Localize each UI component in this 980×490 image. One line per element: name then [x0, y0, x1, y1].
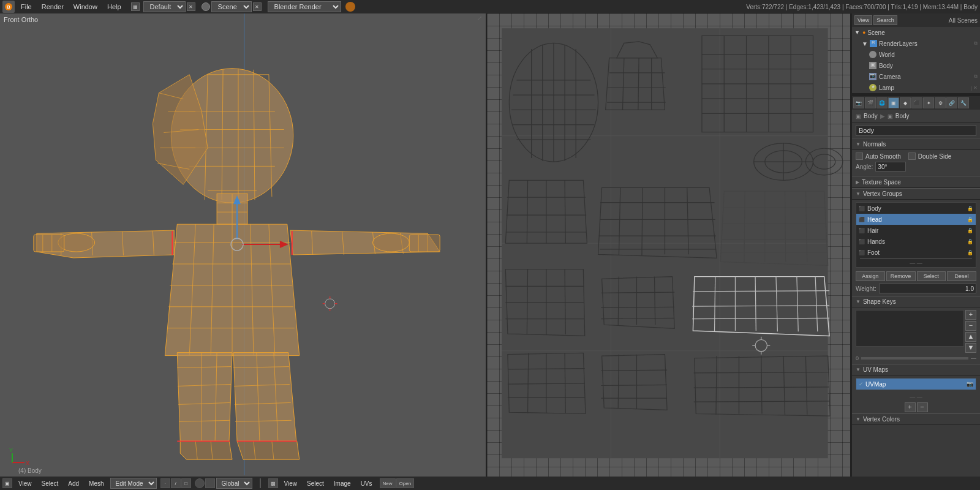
- uv-editor-icon[interactable]: ▩: [268, 478, 278, 488]
- select-btn[interactable]: Select: [917, 271, 946, 281]
- prop-object-btn[interactable]: ▣: [888, 97, 899, 108]
- menu-file[interactable]: File: [16, 2, 37, 12]
- wire-shading-btn[interactable]: [205, 478, 215, 488]
- character-mesh: X Y: [0, 13, 486, 475]
- normals-section-header[interactable]: ▼ Normals: [852, 138, 980, 150]
- vg-hands-lock: 🔒: [967, 239, 973, 244]
- menu-help[interactable]: Help: [102, 2, 126, 12]
- layout-selector[interactable]: Default: [143, 1, 186, 12]
- outliner-world[interactable]: World: [852, 49, 980, 60]
- desel-btn[interactable]: Desel: [947, 271, 976, 281]
- menu-render[interactable]: Render: [37, 2, 69, 12]
- menu-select-3d[interactable]: Select: [37, 479, 64, 488]
- sk-add-btn[interactable]: +: [965, 310, 976, 320]
- scene-selector[interactable]: Scene: [211, 1, 252, 12]
- prop-physics-btn[interactable]: ⚙: [935, 97, 946, 108]
- edge-mode-btn[interactable]: /: [171, 478, 181, 488]
- vg-item-body[interactable]: ⬛ Body 🔒: [856, 203, 976, 214]
- uv-maps-header[interactable]: ▼ UV Maps: [852, 364, 980, 375]
- face-mode-btn[interactable]: □: [181, 478, 191, 488]
- uv-bottom-controls: ▩ View Select Image UVs New Open: [268, 478, 415, 488]
- renderlayers-label: RenderLayers: [879, 40, 918, 47]
- uv-map-icons: 📷: [967, 381, 973, 387]
- outliner-scene[interactable]: ▼ ● Scene: [852, 27, 980, 38]
- menu-window[interactable]: Window: [69, 2, 102, 12]
- view-button[interactable]: View: [854, 15, 872, 25]
- menu-view-uv[interactable]: View: [279, 479, 303, 488]
- outliner-camera[interactable]: 📷 Camera ⧉: [852, 71, 980, 82]
- vg-item-foot[interactable]: ⬛ Foot 🔒: [856, 247, 976, 258]
- menu-mesh-3d[interactable]: Mesh: [84, 479, 108, 488]
- right-panel-toolbar: View Search All Scenes: [852, 13, 980, 27]
- vg-item-hands[interactable]: ⬛ Hands 🔒: [856, 236, 976, 247]
- viewport-label: Front Ortho: [4, 16, 38, 23]
- sk-remove-btn[interactable]: −: [965, 321, 976, 331]
- prop-render-btn[interactable]: 📷: [853, 97, 864, 108]
- sk-down-btn[interactable]: ▼: [965, 343, 976, 353]
- blender-logo[interactable]: B: [2, 1, 15, 13]
- search-button[interactable]: Search: [873, 15, 897, 25]
- remove-btn[interactable]: Remove: [886, 271, 916, 281]
- vg-list[interactable]: ⬛ Body 🔒 ⬛ Head 🔒 ⬛ Hair: [856, 202, 976, 268]
- menu-image-uv[interactable]: Image: [329, 479, 356, 488]
- double-side-row[interactable]: Double Side: [908, 153, 951, 160]
- global-selector[interactable]: Global: [216, 478, 252, 489]
- uv-editor[interactable]: [487, 13, 851, 477]
- viewport-icon[interactable]: ▣: [2, 478, 12, 488]
- prop-scene-btn[interactable]: 🎬: [865, 97, 876, 108]
- vg-hands-icon: ⬛: [859, 239, 865, 244]
- uv-map-list[interactable]: ✓ UVMap 📷: [856, 378, 976, 390]
- auto-smooth-row[interactable]: Auto Smooth: [856, 153, 901, 160]
- uv-remove-btn[interactable]: −: [917, 402, 928, 412]
- svg-point-2: [345, 2, 355, 12]
- vertex-colors-header[interactable]: ▼ Vertex Colors: [852, 413, 980, 425]
- sk-slider[interactable]: [861, 357, 968, 360]
- outliner-body[interactable]: ▣ Body: [852, 60, 980, 71]
- shape-keys-header[interactable]: ▼ Shape Keys: [852, 296, 980, 307]
- open-image-btn[interactable]: Open: [396, 478, 415, 488]
- lamp-icons: | ✕: [971, 85, 978, 91]
- outliner-lamp[interactable]: ★ Lamp | ✕: [852, 82, 980, 93]
- assign-btn[interactable]: Assign: [856, 271, 885, 281]
- double-side-label: Double Side: [918, 153, 951, 160]
- auto-smooth-checkbox[interactable]: [856, 153, 863, 160]
- render-engine[interactable]: Blender Render: [268, 1, 341, 12]
- prop-particles-btn[interactable]: ✦: [923, 97, 934, 108]
- uv-map-item-uvmap[interactable]: ✓ UVMap 📷: [856, 379, 976, 390]
- weight-label: Weight:: [856, 285, 876, 292]
- menu-view-3d[interactable]: View: [13, 479, 37, 488]
- right-panel: View Search All Scenes ▼ ● Scene ▼ R Ren…: [851, 13, 980, 477]
- double-side-checkbox[interactable]: [908, 153, 916, 160]
- vertex-mode-btn[interactable]: ·: [160, 478, 170, 488]
- weight-input[interactable]: [879, 284, 976, 293]
- breadcrumb-body2: Body: [895, 113, 910, 119]
- menu-select-uv[interactable]: Select: [302, 479, 329, 488]
- sk-slider-row: 0 —: [856, 355, 976, 361]
- sk-list[interactable]: [856, 310, 964, 347]
- viewport-3d[interactable]: Front Ortho ⤢: [0, 13, 487, 477]
- texture-space-header[interactable]: ▶ Texture Space: [852, 176, 980, 188]
- vg-item-head[interactable]: ⬛ Head 🔒: [856, 214, 976, 225]
- uv-add-btn[interactable]: +: [905, 402, 916, 412]
- menu-add-3d[interactable]: Add: [63, 479, 84, 488]
- menu-uvs[interactable]: UVs: [356, 479, 377, 488]
- sk-up-btn[interactable]: ▲: [965, 332, 976, 342]
- prop-modifiers-btn[interactable]: 🔧: [958, 97, 969, 108]
- outliner-renderlayers[interactable]: ▼ R RenderLayers ⧉: [852, 38, 980, 49]
- weight-row: Weight:: [852, 282, 980, 296]
- mesh-name-input[interactable]: [856, 125, 976, 136]
- prop-world-btn[interactable]: 🌐: [876, 97, 888, 108]
- solid-shading-btn[interactable]: [195, 478, 205, 488]
- stats-bar: Verts:722/722 | Edges:1,423/1,423 | Face…: [746, 4, 978, 10]
- new-image-btn[interactable]: New: [380, 478, 396, 488]
- vertex-groups-header[interactable]: ▼ Vertex Groups: [852, 188, 980, 200]
- prop-texture-btn[interactable]: ⬛: [911, 97, 922, 108]
- selected-object-label: (4) Body: [18, 467, 42, 474]
- angle-input[interactable]: [875, 162, 906, 172]
- prop-material-btn[interactable]: ◆: [900, 97, 911, 108]
- prop-constraints-btn[interactable]: 🔗: [946, 97, 957, 108]
- svg-text:X: X: [26, 460, 29, 466]
- vc-arrow: ▼: [856, 417, 861, 422]
- mode-selector[interactable]: Edit Mode: [110, 478, 157, 489]
- vg-item-hair[interactable]: ⬛ Hair 🔒: [856, 225, 976, 236]
